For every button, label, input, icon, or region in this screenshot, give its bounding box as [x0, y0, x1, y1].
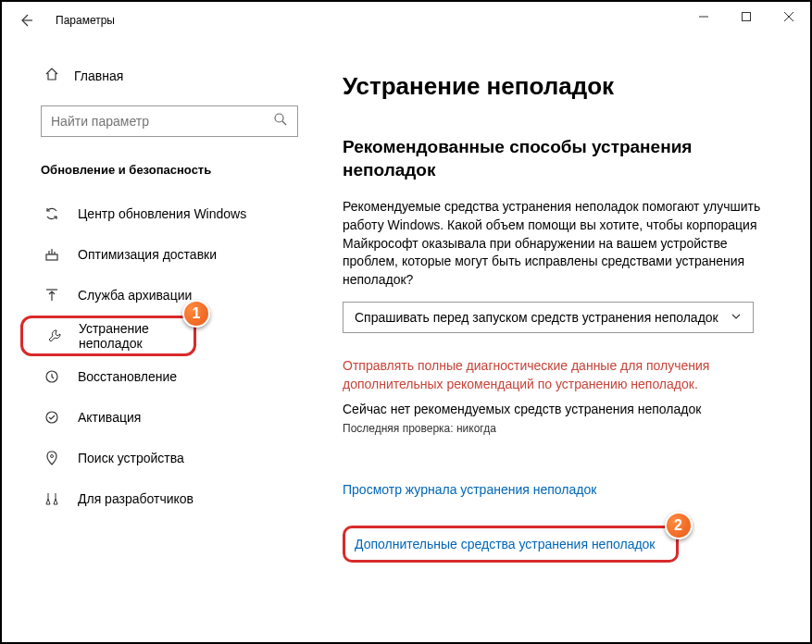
annotation-badge-2: 2 — [665, 512, 693, 539]
main-content: Устранение неполадок Рекомендованные спо… — [317, 39, 810, 642]
diagnostic-warning: Отправлять полные диагностические данные… — [343, 357, 779, 393]
svg-point-9 — [51, 455, 54, 458]
sidebar-item-find-device[interactable]: Поиск устройства — [20, 438, 298, 478]
sidebar-item-label: Для разработчиков — [78, 491, 194, 506]
sidebar-item-delivery[interactable]: Оптимизация доставки — [20, 234, 298, 275]
delivery-icon — [44, 247, 61, 262]
svg-line-5 — [282, 121, 286, 125]
sidebar-item-developers[interactable]: Для разработчиков — [20, 478, 298, 519]
recommendation-dropdown[interactable]: Спрашивать перед запуском средств устран… — [343, 302, 754, 333]
svg-point-4 — [275, 114, 283, 122]
sidebar-item-label: Устранение неполадок — [79, 321, 194, 351]
search-icon — [273, 112, 288, 130]
dropdown-value: Спрашивать перед запуском средств устран… — [355, 310, 718, 325]
sidebar-item-windows-update[interactable]: Центр обновления Windows — [20, 193, 298, 234]
check-icon — [44, 410, 61, 425]
minimize-button[interactable] — [682, 2, 725, 31]
sidebar-item-label: Восстановление — [78, 369, 177, 384]
no-recommendations-text: Сейчас нет рекомендуемых средств устране… — [343, 402, 779, 416]
search-input[interactable] — [51, 114, 273, 129]
sidebar-item-label: Поиск устройства — [78, 451, 184, 465]
last-check-text: Последняя проверка: никогда — [343, 422, 779, 435]
window-title: Параметры — [56, 14, 115, 27]
sidebar-item-label: Активация — [78, 410, 141, 425]
page-title: Устранение неполадок — [343, 72, 779, 101]
body-text: Рекомендуемые средства устранения непола… — [343, 198, 779, 289]
back-button[interactable] — [19, 13, 33, 28]
section-header: Обновление и безопасность — [41, 163, 298, 177]
history-link[interactable]: Просмотр журнала устранения неполадок — [343, 482, 596, 497]
additional-troubleshooters-link[interactable]: Дополнительные средства устранения непол… — [355, 537, 656, 551]
subheading: Рекомендованные способы устранения непол… — [343, 136, 779, 181]
sync-icon — [44, 206, 61, 221]
sidebar-item-recovery[interactable]: Восстановление — [20, 356, 298, 397]
sidebar-item-backup[interactable]: Служба архивации — [20, 275, 298, 316]
location-icon — [44, 451, 61, 465]
wrench-icon — [47, 328, 62, 343]
sidebar: Главная Обновление и безопасность Центр … — [2, 39, 317, 642]
home-label: Главная — [74, 68, 123, 83]
sidebar-item-label: Оптимизация доставки — [78, 247, 217, 262]
sidebar-item-troubleshoot[interactable]: Устранение неполадок 1 — [20, 316, 196, 356]
additional-troubleshooters-highlight: Дополнительные средства устранения непол… — [343, 526, 679, 563]
maximize-button[interactable] — [725, 2, 768, 31]
tools-icon — [44, 491, 61, 506]
home-icon — [44, 67, 59, 85]
backup-icon — [44, 288, 61, 303]
chevron-down-icon — [731, 310, 742, 325]
home-nav[interactable]: Главная — [20, 57, 298, 94]
svg-rect-6 — [46, 254, 57, 260]
sidebar-item-label: Центр обновления Windows — [78, 206, 246, 221]
sidebar-item-activation[interactable]: Активация — [20, 397, 298, 438]
recovery-icon — [44, 369, 61, 384]
sidebar-item-label: Служба архивации — [78, 288, 192, 303]
close-button[interactable] — [768, 2, 810, 31]
search-input-wrap[interactable] — [41, 105, 298, 137]
svg-rect-1 — [743, 13, 751, 21]
annotation-badge-1: 1 — [182, 300, 210, 328]
svg-point-8 — [46, 412, 57, 423]
